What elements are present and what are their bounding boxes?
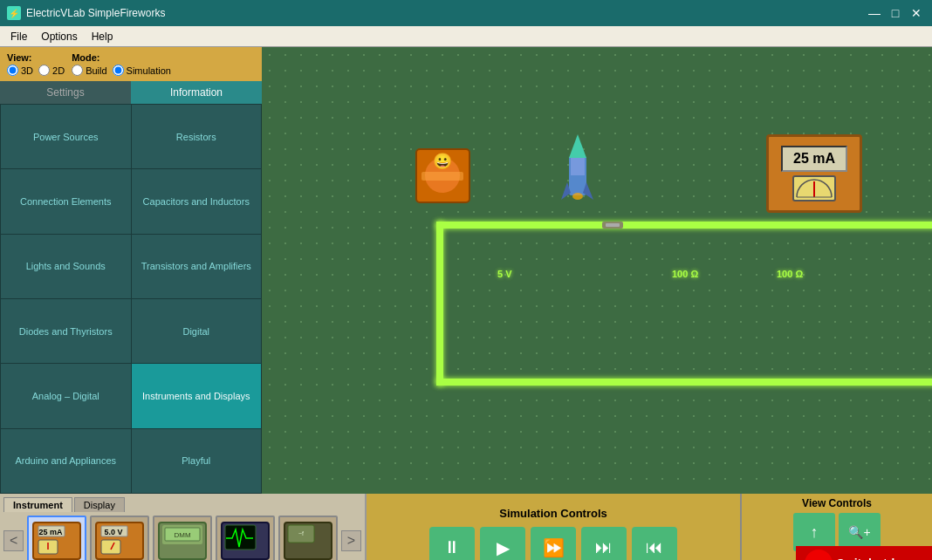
app-title: ElectricVLab SimpleFireworks	[26, 7, 165, 19]
menu-file[interactable]: File	[3, 29, 34, 44]
tab-information[interactable]: Information	[131, 81, 262, 104]
view-2d-label: 2D	[52, 65, 65, 76]
view-controls: View Controls ↑ 🔍+ Switchntd.com	[740, 494, 932, 560]
svg-rect-24	[101, 540, 120, 554]
comp-capacitors-inductors[interactable]: Capacitors and Inductors	[132, 169, 262, 233]
view-controls-title: View Controls	[745, 497, 929, 509]
mode-simulation-label: Simulation	[127, 65, 171, 76]
pause-button[interactable]: ⏸	[429, 527, 475, 561]
voltage-label: 5 V	[497, 269, 512, 279]
sim-controls-title: Simulation Controls	[499, 507, 607, 520]
switchntd-text: Switchntd.com	[836, 557, 923, 560]
comp-playful[interactable]: Playful	[132, 429, 262, 493]
mode-build-option[interactable]: Build	[72, 65, 106, 76]
scroll-left[interactable]: <	[3, 530, 24, 551]
svg-text:5.0 V: 5.0 V	[105, 528, 123, 536]
svg-rect-5	[571, 158, 585, 175]
mode-simulation-radio[interactable]	[113, 65, 124, 76]
menu-help[interactable]: Help	[85, 29, 120, 44]
svg-text:😀: 😀	[433, 152, 453, 171]
rocket-component	[559, 130, 598, 211]
ammeter-dial	[792, 175, 836, 201]
instrument-item-multimeter[interactable]: DMM	[153, 516, 212, 560]
rewind-button[interactable]: ⏮	[632, 527, 677, 561]
canvas-area[interactable]: 😀	[262, 47, 932, 494]
wire-top	[436, 222, 932, 229]
wire-left	[436, 222, 443, 386]
scroll-right[interactable]: >	[341, 530, 361, 551]
comp-instruments-displays[interactable]: Instruments and Displays	[132, 364, 262, 427]
svg-rect-3	[421, 172, 463, 181]
skip-forward-button[interactable]: ⏭	[581, 527, 627, 561]
ammeter-display: 25 mA	[781, 146, 847, 172]
minimize-button[interactable]: —	[866, 4, 883, 22]
view-3d-radio[interactable]	[7, 65, 18, 76]
comp-lights-sounds[interactable]: Lights and Sounds	[1, 235, 131, 298]
sidebar: View: 3D 2D Mode: Bui	[0, 47, 262, 494]
view-label: View:	[7, 52, 65, 63]
ammeter-component: 25 mA	[766, 134, 862, 213]
tab-instrument[interactable]: Instrument	[3, 497, 72, 512]
mode-build-label: Build	[86, 65, 106, 76]
switchntd-logo	[805, 550, 833, 560]
view-2d-option[interactable]: 2D	[38, 65, 65, 76]
switchntd-watermark: Switchntd.com	[796, 546, 932, 560]
comp-analog-digital[interactable]: Analog – Digital	[1, 364, 131, 427]
instrument-item-oscilloscope[interactable]	[216, 516, 275, 560]
instrument-item-voltmeter[interactable]: 5.0 V	[90, 516, 149, 560]
instrument-item-ammeter[interactable]: 25 mA	[27, 516, 86, 560]
comp-digital[interactable]: Digital	[132, 299, 262, 363]
svg-text:~f: ~f	[298, 530, 304, 536]
mode-simulation-option[interactable]: Simulation	[113, 65, 171, 76]
svg-point-9	[572, 193, 583, 200]
comp-connection-elements[interactable]: Connection Elements	[1, 169, 131, 233]
view-2d-radio[interactable]	[38, 65, 50, 76]
mode-group: Mode: Build Simulation	[72, 52, 171, 76]
comp-arduino-appliances[interactable]: Arduino and Appliances	[1, 429, 131, 493]
resistor2-label: 100 Ω	[777, 269, 803, 279]
svg-rect-11	[606, 223, 620, 227]
sim-controls: Simulation Controls ⏸ ▶ ⏩ ⏭ ⏮	[367, 494, 740, 560]
svg-text:25 mA: 25 mA	[39, 528, 64, 536]
comp-diodes-thyristors[interactable]: Diodes and Thyristors	[1, 299, 131, 363]
title-bar: ⚡ ElectricVLab SimpleFireworks — □ ✕	[0, 0, 932, 26]
resistor1-label: 100 Ω	[672, 269, 698, 279]
app-icon: ⚡	[7, 6, 21, 20]
main-layout: View: 3D 2D Mode: Bui	[0, 47, 932, 494]
mode-label: Mode:	[72, 52, 171, 63]
play-button[interactable]: ▶	[480, 527, 525, 561]
comp-power-sources[interactable]: Power Sources	[1, 105, 131, 168]
title-bar-controls[interactable]: — □ ✕	[866, 4, 925, 22]
view-mode-panel: View: 3D 2D Mode: Bui	[0, 47, 262, 81]
small-component	[602, 218, 623, 235]
comp-resistors[interactable]: Resistors	[132, 105, 262, 168]
tab-settings[interactable]: Settings	[0, 81, 131, 104]
svg-text:DMM: DMM	[175, 531, 191, 539]
menu-bar: File Options Help	[0, 26, 932, 47]
comp-transistors-amplifiers[interactable]: Transistors and Amplifiers	[132, 235, 262, 298]
maximize-button[interactable]: □	[887, 4, 904, 22]
wire-bottom	[436, 379, 932, 386]
instrument-tabs: Instrument Display	[3, 497, 361, 512]
mode-build-radio[interactable]	[72, 65, 83, 76]
instrument-item-function-gen[interactable]: ~f	[278, 516, 337, 560]
bottom-bar: Instrument Display < 25 mA	[0, 494, 932, 560]
component-grid: Power Sources Resistors Connection Eleme…	[0, 104, 262, 494]
instrument-panel: Instrument Display < 25 mA	[0, 494, 367, 560]
svg-marker-6	[569, 134, 586, 158]
view-3d-option[interactable]: 3D	[7, 65, 33, 76]
close-button[interactable]: ✕	[908, 4, 925, 22]
view-options: 3D 2D	[7, 65, 65, 76]
svg-point-35	[807, 552, 830, 560]
circuit-canvas[interactable]: 😀	[262, 47, 932, 494]
view-group: View: 3D 2D	[7, 52, 65, 76]
fast-forward-button[interactable]: ⏩	[531, 527, 576, 561]
sidebar-tabs: Settings Information	[0, 81, 262, 104]
battery-component: 😀	[415, 147, 471, 204]
tab-display[interactable]: Display	[74, 497, 125, 512]
menu-options[interactable]: Options	[34, 29, 84, 44]
sim-buttons: ⏸ ▶ ⏩ ⏭ ⏮	[429, 527, 677, 561]
instrument-row: < 25 mA 5.0 V	[3, 516, 361, 560]
instrument-items: 25 mA 5.0 V	[27, 516, 337, 560]
view-3d-label: 3D	[21, 65, 33, 76]
